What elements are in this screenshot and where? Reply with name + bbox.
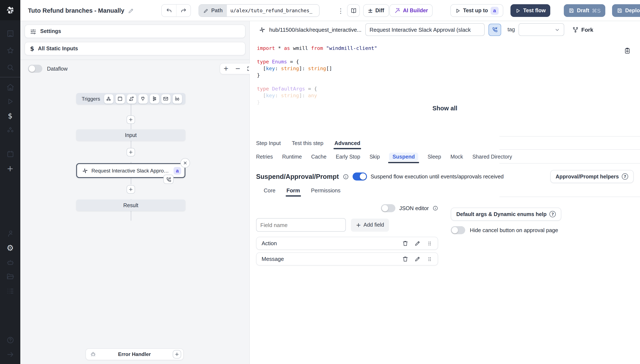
add-error-handler-button[interactable] bbox=[173, 350, 181, 358]
result-node[interactable]: Result bbox=[76, 200, 185, 211]
tab-step-input[interactable]: Step Input bbox=[256, 136, 281, 149]
add-step-button[interactable] bbox=[127, 148, 135, 156]
hide-cancel-toggle[interactable] bbox=[451, 226, 465, 234]
suspend-phone-badge[interactable] bbox=[163, 174, 173, 184]
sidebar-item-schedules[interactable] bbox=[0, 147, 20, 161]
trash-icon[interactable] bbox=[402, 256, 408, 262]
step-name-input[interactable] bbox=[365, 23, 485, 36]
email-trigger-icon[interactable] bbox=[161, 94, 170, 103]
pencil-icon bbox=[203, 8, 209, 13]
sidebar-item-workers[interactable] bbox=[0, 255, 20, 269]
trash-icon[interactable] bbox=[402, 240, 408, 246]
http-route-trigger-icon[interactable] bbox=[127, 94, 136, 103]
sidebar-item-runs[interactable] bbox=[0, 94, 20, 109]
edit-title-pencil-icon[interactable] bbox=[128, 8, 134, 14]
drag-handle-icon[interactable] bbox=[427, 256, 433, 262]
json-editor-toggle[interactable] bbox=[381, 204, 395, 212]
websocket-trigger-icon[interactable] bbox=[138, 94, 147, 103]
flow-settings-button[interactable]: Settings bbox=[25, 24, 246, 38]
pencil-icon[interactable] bbox=[414, 240, 421, 246]
slack-icon bbox=[82, 168, 88, 174]
tab-test-this-step[interactable]: Test this step bbox=[292, 136, 323, 149]
subtab-sleep[interactable]: Sleep bbox=[428, 150, 441, 163]
docs-button[interactable] bbox=[347, 4, 360, 17]
zoom-in-button[interactable]: + bbox=[223, 66, 229, 72]
inner-tabs-border bbox=[500, 196, 640, 197]
sidebar-item-add[interactable]: + bbox=[0, 161, 20, 176]
flow-edge bbox=[131, 104, 131, 150]
add-field-button[interactable]: + Add field bbox=[351, 218, 389, 232]
pencil-icon[interactable] bbox=[414, 256, 421, 262]
sidebar-item-apps[interactable] bbox=[0, 284, 20, 298]
test-flow-button[interactable]: Test flow bbox=[511, 4, 550, 17]
default-args-help-button[interactable]: Default args & Dynamic enums help ? bbox=[451, 208, 561, 221]
test-up-to-button[interactable]: Test up to a bbox=[450, 4, 503, 17]
code-lines[interactable]: import * as wmill from "windmill-client"… bbox=[257, 45, 377, 106]
webhook-trigger-icon[interactable] bbox=[104, 94, 113, 103]
diff-button[interactable]: ±Diff bbox=[363, 4, 389, 17]
fork-label: Fork bbox=[581, 26, 593, 33]
sidebar-item-help[interactable] bbox=[0, 333, 20, 347]
deploy-button[interactable]: Deploy bbox=[612, 4, 640, 17]
kafka-trigger-icon[interactable] bbox=[150, 94, 159, 103]
suspend-inner-tabs: Core Form Permissions bbox=[264, 184, 433, 196]
form-field-row-action[interactable]: Action bbox=[256, 237, 438, 250]
poll-trigger-icon[interactable] bbox=[172, 94, 182, 103]
subtab-retries[interactable]: Retries bbox=[256, 150, 273, 163]
sidebar-item-workspace[interactable] bbox=[0, 26, 20, 40]
panel-divider bbox=[20, 60, 249, 60]
sidebar-item-home[interactable] bbox=[0, 80, 20, 94]
tab-core[interactable]: Core bbox=[264, 184, 276, 196]
sidebar-item-settings[interactable]: ⚙ bbox=[0, 240, 20, 255]
subtab-runtime[interactable]: Runtime bbox=[282, 150, 302, 163]
subtab-early-stop[interactable]: Early Stop bbox=[336, 150, 360, 163]
robot-icon bbox=[6, 258, 14, 266]
field-name-input[interactable] bbox=[256, 218, 346, 232]
schedule-trigger-icon[interactable] bbox=[115, 94, 125, 103]
sidebar-item-folders[interactable] bbox=[0, 269, 20, 284]
sidebar-item-favorites[interactable] bbox=[0, 43, 20, 58]
windmill-logo[interactable] bbox=[0, 0, 20, 20]
dataflow-toggle[interactable] bbox=[28, 65, 42, 73]
clipboard-paste-icon[interactable] bbox=[624, 47, 631, 54]
ai-builder-button[interactable]: AI Builder bbox=[389, 4, 433, 17]
tab-permissions[interactable]: Permissions bbox=[311, 184, 341, 196]
fork-button[interactable]: Fork bbox=[572, 26, 593, 33]
suspend-header-row: Suspend/Approval/Prompt Suspend flow exe… bbox=[256, 170, 634, 183]
draft-button[interactable]: Draft ⌘S bbox=[564, 4, 605, 17]
tab-advanced[interactable]: Advanced bbox=[334, 136, 360, 149]
all-static-inputs-button[interactable]: $ All Static Inputs bbox=[25, 42, 246, 56]
approval-prompt-helpers-button[interactable]: Approval/Prompt helpers ? bbox=[550, 170, 634, 183]
subtab-shared-directory[interactable]: Shared Directory bbox=[472, 150, 512, 163]
subtab-suspend[interactable]: Suspend bbox=[389, 150, 418, 163]
undo-button[interactable] bbox=[162, 5, 176, 16]
sidebar-item-users[interactable] bbox=[0, 226, 20, 240]
triggers-node[interactable]: Triggers bbox=[76, 93, 185, 104]
hub-script-path[interactable]: hub/11500/slack/request_interactive... bbox=[269, 26, 361, 33]
subtab-skip[interactable]: Skip bbox=[369, 150, 380, 163]
subtab-mock[interactable]: Mock bbox=[450, 150, 463, 163]
sidebar-collapse[interactable] bbox=[0, 347, 20, 362]
sidebar-item-variables[interactable]: $ bbox=[0, 109, 20, 123]
redo-button[interactable] bbox=[176, 5, 190, 16]
tag-select[interactable] bbox=[519, 23, 564, 36]
path-input[interactable] bbox=[227, 5, 319, 16]
show-all-button[interactable]: Show all bbox=[250, 105, 640, 112]
tab-form[interactable]: Form bbox=[287, 184, 300, 196]
suspend-enabled-toggle[interactable] bbox=[352, 172, 367, 180]
input-node[interactable]: Input bbox=[76, 129, 185, 141]
suspend-phone-toggle-button[interactable] bbox=[489, 24, 501, 36]
error-handler-node[interactable]: Error Handler bbox=[86, 348, 184, 360]
zoom-out-button[interactable]: − bbox=[235, 66, 241, 72]
add-step-button[interactable] bbox=[127, 116, 135, 124]
drag-handle-icon[interactable] bbox=[427, 240, 433, 246]
remove-node-button[interactable] bbox=[180, 158, 190, 168]
path-label-segment[interactable]: Path bbox=[199, 5, 227, 16]
sidebar-item-search[interactable] bbox=[0, 60, 20, 74]
question-icon: ? bbox=[550, 211, 556, 217]
form-field-row-message[interactable]: Message bbox=[256, 252, 438, 266]
subtab-cache[interactable]: Cache bbox=[311, 150, 326, 163]
sidebar-item-resources[interactable] bbox=[0, 123, 20, 138]
more-options-kebab-icon[interactable]: ⋮ bbox=[337, 7, 345, 15]
add-step-button[interactable] bbox=[127, 185, 135, 194]
